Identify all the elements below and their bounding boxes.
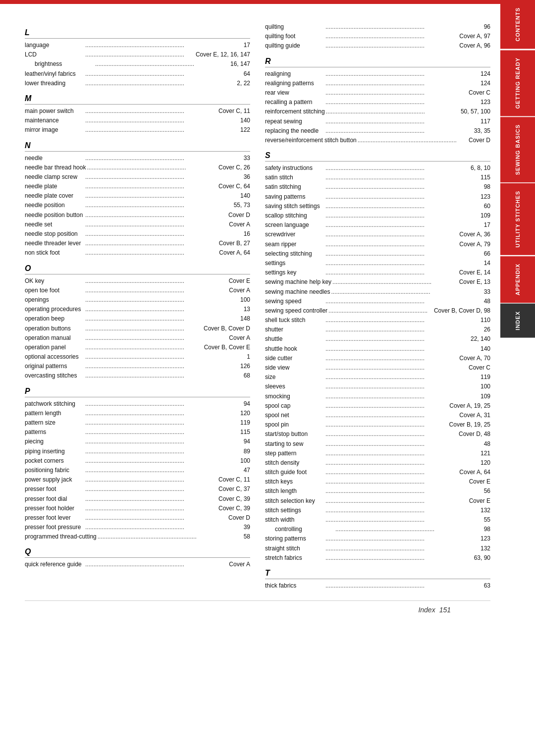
- entry-page: Cover C: [461, 363, 490, 373]
- index-entry: screen language.........................…: [265, 220, 490, 230]
- entry-text: settings: [265, 259, 324, 268]
- entry-dots: ........................................…: [85, 239, 218, 248]
- entry-dots: ........................................…: [325, 411, 458, 420]
- entry-text: stitch settings: [265, 506, 324, 515]
- index-entry: recalling a pattern.....................…: [265, 98, 490, 107]
- index-entry: stitch density..........................…: [265, 458, 490, 468]
- index-entry: settings................................…: [265, 259, 490, 268]
- entry-dots: ........................................…: [85, 437, 219, 446]
- entry-text: main power switch: [25, 107, 84, 116]
- entry-text: needle plate: [25, 182, 84, 191]
- entry-dots: ........................................…: [325, 506, 460, 515]
- index-entry: controlling.............................…: [265, 525, 490, 534]
- entry-dots: ........................................…: [85, 475, 217, 485]
- index-entry: shuttle.................................…: [265, 334, 490, 344]
- index-entry: patchwork stitching.....................…: [25, 399, 250, 409]
- index-entry: starting to sew.........................…: [265, 439, 490, 449]
- top-bar: [0, 0, 535, 4]
- index-entry: needle plate............................…: [25, 182, 250, 191]
- entry-dots: ........................................…: [85, 69, 219, 79]
- index-entry: needle threader lever...................…: [25, 239, 250, 248]
- entry-page: Cover D: [220, 513, 250, 523]
- index-entry: seam ripper.............................…: [265, 240, 490, 249]
- entry-text: rear view: [265, 88, 324, 98]
- entry-text: spool cap: [265, 401, 324, 411]
- index-entry: original patterns.......................…: [25, 362, 250, 371]
- index-entry: open toe foot...........................…: [25, 286, 250, 295]
- entry-dots: ........................................…: [325, 211, 460, 220]
- entry-dots: ........................................…: [85, 220, 219, 229]
- entry-page: 2, 22: [220, 79, 250, 88]
- index-entry: positioning fabric......................…: [25, 466, 250, 475]
- entry-text: repeat sewing: [265, 117, 324, 126]
- entry-page: 140: [220, 191, 250, 201]
- entry-text: thick fabrics: [265, 581, 324, 591]
- entry-text: needle clamp screw: [25, 172, 84, 182]
- index-entry: non stick foot..........................…: [25, 248, 250, 258]
- entry-text: selecting stitching: [265, 249, 324, 259]
- index-entry: step pattern............................…: [265, 449, 490, 458]
- entry-page: Cover A, 70: [459, 354, 490, 363]
- entry-text: controlling: [275, 525, 334, 534]
- index-entry: piping inserting........................…: [25, 447, 250, 456]
- entry-dots: ........................................…: [85, 371, 219, 380]
- section-header-L: L: [25, 28, 250, 39]
- entry-dots: ........................................…: [85, 456, 219, 466]
- entry-page: Cover A, 19, 25: [449, 401, 490, 411]
- entry-page: Cover B, Cover D: [204, 324, 250, 333]
- entry-dots: ........................................…: [325, 202, 460, 211]
- sidebar-tab-appendix[interactable]: APPENDIX: [500, 256, 535, 303]
- sidebar-tab-getting-ready[interactable]: GETTING READY: [500, 50, 535, 116]
- entry-text: stitch length: [265, 486, 324, 496]
- entry-text: shuttle: [265, 334, 324, 344]
- index-entry: stitch settings.........................…: [265, 506, 490, 515]
- entry-text: realigning patterns: [265, 79, 324, 88]
- entry-page: 120: [220, 409, 250, 418]
- sidebar-tab-utility-stitches[interactable]: UTILITY STITCHES: [500, 183, 535, 255]
- entry-dots: ........................................…: [328, 306, 433, 316]
- entry-page: 60: [461, 202, 490, 211]
- entry-text: leather/vinyl fabrics: [25, 69, 84, 79]
- entry-text: presser foot: [25, 485, 84, 494]
- entry-text: quilting: [265, 22, 324, 32]
- entry-text: recalling a pattern: [265, 98, 324, 107]
- index-entry: brightness..............................…: [25, 59, 250, 69]
- entry-dots: ........................................…: [85, 513, 219, 523]
- entry-dots: ........................................…: [85, 305, 219, 314]
- entry-page: 17: [461, 220, 490, 230]
- entry-dots: ........................................…: [98, 532, 219, 541]
- entry-page: Cover A: [220, 286, 250, 295]
- entry-page: Cover E: [461, 477, 490, 486]
- entry-page: 16: [220, 229, 250, 239]
- entry-text: needle threader lever: [25, 239, 84, 248]
- entry-text: patchwork stitching: [25, 399, 84, 409]
- sidebar-tab-sewing-basics[interactable]: SEWING BASICS: [500, 117, 535, 182]
- entry-page: Cover C, 64: [218, 182, 250, 191]
- entry-text: sewing machine needles: [265, 287, 330, 297]
- sidebar-tab-contents[interactable]: CONTENTS: [500, 0, 535, 49]
- index-entry: needle set..............................…: [25, 220, 250, 229]
- index-entry: presser foot holder.....................…: [25, 504, 250, 513]
- entry-page: Cover C: [461, 88, 490, 98]
- entry-dots: ........................................…: [85, 201, 219, 210]
- entry-text: satin stitch: [265, 173, 324, 182]
- entry-text: reinforcement stitching: [265, 107, 325, 116]
- entry-text: lower threading: [25, 79, 84, 88]
- index-entry: main power switch.......................…: [25, 107, 250, 116]
- section-header-R: R: [265, 57, 490, 67]
- entry-dots: ........................................…: [85, 523, 219, 532]
- entry-text: mirror image: [25, 125, 84, 135]
- entry-page: 33: [461, 287, 490, 297]
- index-entry: operation panel.........................…: [25, 343, 250, 352]
- sidebar-tab-index[interactable]: INDEX: [500, 304, 535, 338]
- entry-page: 100: [461, 382, 490, 391]
- entry-dots: ........................................…: [325, 420, 448, 430]
- entry-text: positioning fabric: [25, 466, 84, 475]
- entry-dots: ........................................…: [85, 50, 195, 59]
- entry-dots: ........................................…: [85, 485, 217, 494]
- entry-dots: ........................................…: [325, 581, 460, 591]
- entry-text: patterns: [25, 428, 84, 437]
- entry-page: Cover A: [220, 333, 250, 343]
- index-entry: rear view...............................…: [265, 88, 490, 98]
- sidebar: CONTENTSGETTING READYSEWING BASICSUTILIT…: [500, 0, 535, 756]
